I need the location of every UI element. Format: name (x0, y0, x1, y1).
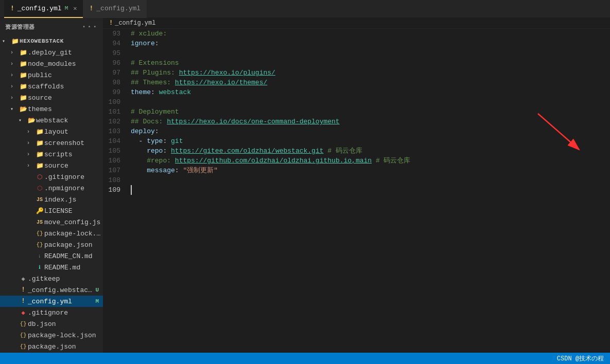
git-icon2: ◆ (19, 275, 28, 283)
git-icon3: ◆ (19, 309, 28, 317)
line-content-103: deploy: (129, 126, 610, 136)
sidebar-dots[interactable]: ··· (81, 22, 98, 31)
line-number-107: 107 (103, 166, 129, 175)
breadcrumb-exclaim: ! (109, 20, 113, 27)
line-content-102: ## Docs: https://hexo.io/docs/one-comman… (129, 117, 610, 126)
tab-config-yml-active[interactable]: ! _config.yml M ✕ (4, 0, 83, 18)
line-number-100: 100 (103, 97, 129, 107)
sidebar-item-gitkeep[interactable]: ◆ .gitkeep (0, 273, 103, 284)
sidebar-item-readmecnmd[interactable]: ↓ README_CN.md (0, 250, 103, 262)
line-number-108: 108 (103, 175, 129, 185)
line-content-109 (129, 185, 610, 195)
title-bar: ! _config.yml M ✕ ! _config.yml (0, 0, 610, 18)
sidebar-item-webstack[interactable]: ▾ 📂 webstack (0, 115, 103, 126)
folder-icon: 📁 (19, 71, 28, 79)
main-content: 资源管理器 ··· ▾ 📁 HEXOWEBSTACK › 📁 .deploy_g… (0, 18, 610, 353)
folder-open-icon: 📂 (27, 117, 36, 124)
sidebar-item-readmemd[interactable]: ℹ README.md (0, 262, 103, 273)
tab-label-active: _config.yml (18, 5, 62, 12)
chevron-right-icon: › (10, 50, 19, 56)
code-line-100: 100 (103, 97, 610, 107)
sidebar-item-public[interactable]: › 📁 public (0, 69, 103, 81)
moveconfigjs-label: move_config.js (44, 219, 103, 226)
folder-icon: 📁 (35, 162, 44, 170)
md-icon: ↓ (35, 253, 44, 259)
sidebar-header: 资源管理器 ··· (0, 18, 103, 35)
gitignore-inner-label: .gitignore (44, 173, 103, 181)
sidebar-item-dbjson[interactable]: {} db.json (0, 318, 103, 330)
line-number-99: 99 (103, 87, 129, 97)
sidebar-item-npmignore[interactable]: ⬡ .npmignore (0, 183, 103, 194)
folder-icon: 📁 (35, 139, 44, 147)
tab-close-icon[interactable]: ✕ (73, 5, 77, 12)
packagelockjson-label: package-lock.json (44, 230, 103, 238)
line-number-94: 94 (103, 39, 129, 48)
folder-icon: 📁 (19, 49, 28, 57)
js-icon: JS (35, 197, 44, 203)
chevron-down-icon: ▾ (10, 106, 19, 112)
license-label: LICENSE (44, 207, 103, 215)
sidebar-item-packagejson[interactable]: {} package.json (0, 239, 103, 250)
sidebar-item-deploy-git[interactable]: › 📁 .deploy_git (0, 47, 103, 58)
folder-open-icon: 📁 (10, 38, 20, 45)
source-inner-label: source (44, 162, 103, 170)
sidebar-item-package-root[interactable]: {} package.json (0, 341, 103, 352)
sidebar-item-node-modules[interactable]: › 📁 node_modules (0, 58, 103, 69)
sidebar-item-screenshot[interactable]: › 📁 screenshot (0, 137, 103, 149)
sidebar-item-scaffolds[interactable]: › 📁 scaffolds (0, 81, 103, 92)
line-number-98: 98 (103, 78, 129, 87)
sidebar-item-source-inner[interactable]: › 📁 source (0, 160, 103, 171)
chevron-right-icon: › (27, 140, 35, 146)
badge-u: U (95, 287, 99, 293)
sidebar-item-themes[interactable]: ▾ 📂 themes (0, 103, 103, 115)
sidebar-item-config-yml[interactable]: ! _config.yml M (0, 296, 103, 307)
json-icon3: {} (19, 321, 28, 327)
code-line-109: 109 (103, 185, 610, 195)
indexjs-label: index.js (44, 196, 103, 204)
code-line-104: 104 - type: git (103, 136, 610, 146)
json-icon: {} (35, 230, 44, 236)
json-icon5: {} (19, 343, 28, 350)
code-line-94: 94 ignore: (103, 39, 610, 48)
code-container[interactable]: 93 # xclude: 94 ignore: 95 96 # Extensio… (103, 29, 610, 353)
sidebar-item-readme-en[interactable]: ↓ README.en.md (0, 352, 103, 353)
code-line-95: 95 (103, 48, 610, 58)
code-line-107: 107 message: "强制更新" (103, 166, 610, 175)
breadcrumb-filename: _config.yml (115, 20, 155, 27)
folder-icon: 📁 (19, 60, 28, 68)
line-number-105: 105 (103, 146, 129, 156)
code-line-101: 101 # Deployment (103, 107, 610, 117)
sidebar-item-indexjs[interactable]: JS index.js (0, 194, 103, 205)
js-icon2: JS (35, 220, 44, 225)
sidebar-item-config-webstack[interactable]: ! _config.webstack.yml U (0, 284, 103, 296)
themes-label: themes (28, 105, 103, 113)
code-line-108: 108 (103, 175, 610, 185)
chevron-right-icon: › (10, 84, 19, 89)
yaml-exclaim-icon2: ! (19, 298, 28, 305)
sidebar-item-packagelock-root[interactable]: {} package-lock.json (0, 330, 103, 341)
sidebar-item-scripts[interactable]: › 📁 scripts (0, 149, 103, 160)
chevron-right-icon: › (27, 152, 35, 157)
chevron-down-icon: ▾ (2, 38, 10, 44)
code-line-99: 99 theme: webstack (103, 87, 610, 97)
config-yml-label: _config.yml (28, 298, 95, 305)
code-line-102: 102 ## Docs: https://hexo.io/docs/one-co… (103, 117, 610, 126)
screenshot-label: screenshot (44, 139, 103, 147)
folder-open-icon: 📂 (19, 105, 28, 113)
tab-exclamation-icon2: ! (89, 5, 93, 12)
public-label: public (28, 71, 103, 79)
sidebar-item-source[interactable]: › 📁 source (0, 92, 103, 103)
md-icon2: ℹ (35, 264, 44, 270)
status-text: CSDN @技术の程 (557, 354, 604, 363)
sidebar-item-license[interactable]: 🔑 LICENSE (0, 205, 103, 216)
sidebar-item-moveconfigjs[interactable]: JS move_config.js (0, 216, 103, 228)
gitkeep-label: .gitkeep (28, 275, 103, 283)
line-number-96: 96 (103, 58, 129, 68)
sidebar-item-layout[interactable]: › 📁 layout (0, 126, 103, 137)
tab-config-yml-inactive[interactable]: ! _config.yml (83, 0, 147, 18)
sidebar-item-root[interactable]: ▾ 📁 HEXOWEBSTACK (0, 35, 103, 47)
git-icon: ⬡ (35, 173, 44, 181)
sidebar-item-gitignore-inner[interactable]: ⬡ .gitignore (0, 171, 103, 183)
sidebar-item-gitignore-root[interactable]: ◆ .gitignore (0, 307, 103, 318)
sidebar-item-packagelockjson[interactable]: {} package-lock.json (0, 228, 103, 239)
